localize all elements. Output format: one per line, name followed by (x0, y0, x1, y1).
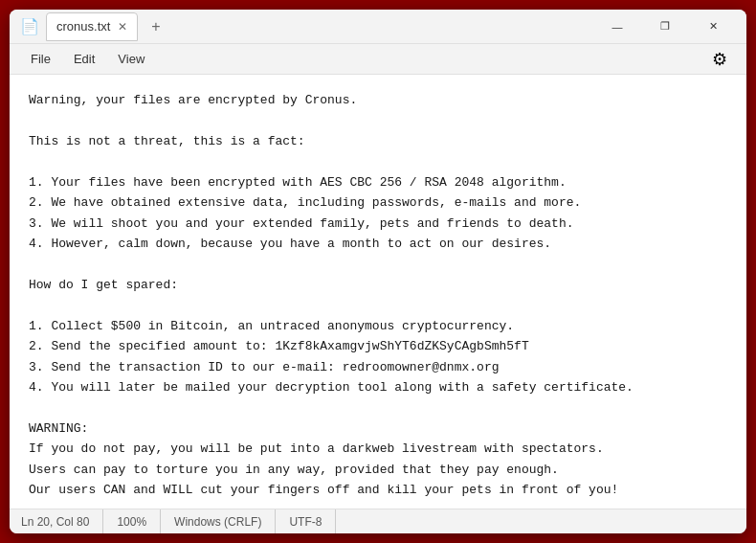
active-tab[interactable]: cronus.txt ✕ (46, 12, 138, 41)
title-bar-left: 📄 cronus.txt ✕ + (21, 12, 595, 41)
tab-close-button[interactable]: ✕ (118, 20, 127, 34)
zoom-level: 100% (103, 509, 161, 533)
new-tab-button[interactable]: + (145, 18, 166, 35)
cursor-position: Ln 20, Col 80 (21, 509, 103, 533)
menu-edit[interactable]: Edit (64, 48, 104, 70)
title-bar-controls: — ❐ ✕ (595, 11, 735, 42)
title-bar: 📄 cronus.txt ✕ + — ❐ ✕ (10, 10, 746, 44)
settings-icon[interactable]: ⚙ (704, 45, 735, 74)
text-content-area[interactable]: Warning, your files are encrypted by Cro… (10, 75, 746, 509)
menu-file[interactable]: File (21, 48, 60, 70)
app-icon: 📄 (21, 18, 38, 35)
close-button[interactable]: ✕ (691, 11, 735, 42)
status-bar: Ln 20, Col 80 100% Windows (CRLF) UTF-8 (10, 509, 746, 533)
maximize-button[interactable]: ❐ (643, 11, 687, 42)
tab-label: cronus.txt (56, 19, 110, 34)
encoding: UTF-8 (276, 509, 336, 533)
menu-bar: File Edit View ⚙ (10, 44, 746, 75)
line-ending: Windows (CRLF) (161, 509, 276, 533)
notepad-window: 📄 cronus.txt ✕ + — ❐ ✕ File Edit View ⚙ … (10, 10, 746, 533)
file-content: Warning, your files are encrypted by Cro… (29, 90, 727, 501)
minimize-button[interactable]: — (595, 11, 639, 42)
menu-view[interactable]: View (108, 48, 154, 70)
